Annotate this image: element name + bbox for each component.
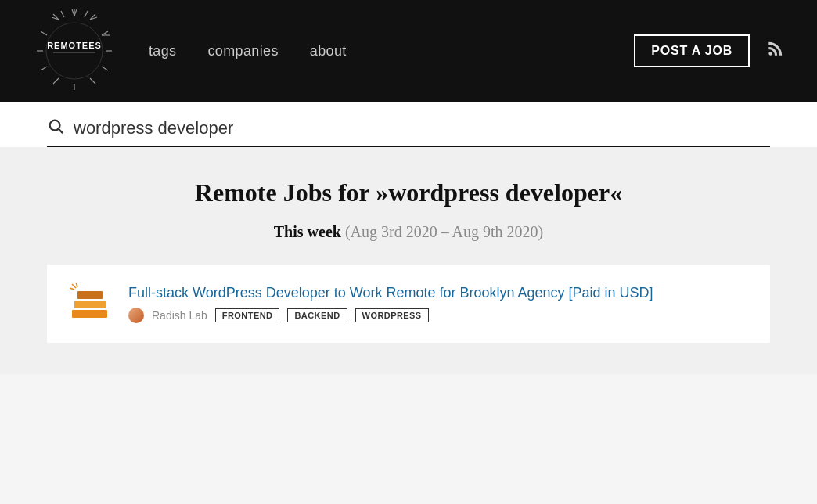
- svg-line-23: [59, 129, 63, 133]
- svg-line-5: [102, 31, 108, 35]
- site-header: REMOTEES tags companies about POST A JOB: [0, 0, 817, 102]
- svg-line-11: [53, 78, 59, 84]
- search-section: [0, 102, 817, 147]
- svg-text:REMOTEES: REMOTEES: [47, 41, 102, 50]
- svg-point-19: [46, 23, 103, 79]
- svg-line-28: [70, 288, 74, 290]
- svg-rect-26: [77, 291, 103, 299]
- main-nav: tags companies about: [149, 43, 634, 59]
- tag-wordpress[interactable]: WORDPRESS: [355, 308, 429, 322]
- svg-line-18: [61, 11, 64, 17]
- search-bar: [47, 117, 770, 147]
- tag-frontend[interactable]: FRONTEND: [215, 308, 280, 322]
- company-avatar: [128, 308, 144, 323]
- search-icon: [47, 117, 64, 139]
- job-info: Full-stack WordPress Developer to Work R…: [128, 285, 751, 323]
- tag-backend[interactable]: BACKEND: [287, 308, 347, 322]
- main-content: Remote Jobs for »wordpress developer« Th…: [0, 147, 817, 374]
- nav-tags[interactable]: tags: [149, 43, 176, 59]
- svg-rect-25: [74, 301, 106, 308]
- svg-rect-24: [72, 310, 107, 318]
- week-label: This week (Aug 3rd 2020 – Aug 9th 2020): [47, 223, 770, 241]
- job-meta: Radish Lab FRONTEND BACKEND WORDPRESS: [128, 308, 751, 323]
- results-title: Remote Jobs for »wordpress developer«: [47, 178, 770, 207]
- svg-line-14: [41, 31, 47, 35]
- week-range: (Aug 3rd 2020 – Aug 9th 2020): [345, 223, 543, 240]
- nav-about[interactable]: about: [310, 43, 347, 59]
- search-input[interactable]: [74, 118, 770, 139]
- svg-point-22: [50, 121, 60, 131]
- svg-line-9: [90, 78, 95, 84]
- svg-line-17: [85, 11, 88, 17]
- rss-icon[interactable]: [765, 38, 786, 64]
- job-card: Full-stack WordPress Developer to Work R…: [47, 265, 770, 343]
- svg-line-29: [76, 283, 77, 287]
- svg-line-8: [102, 67, 108, 70]
- post-job-button[interactable]: POST A JOB: [634, 34, 750, 67]
- svg-line-27: [72, 284, 76, 288]
- company-name: Radish Lab: [152, 309, 207, 322]
- nav-companies[interactable]: companies: [207, 43, 278, 59]
- company-logo: [66, 280, 113, 327]
- svg-line-12: [41, 67, 47, 70]
- logo[interactable]: REMOTEES: [31, 8, 117, 94]
- job-title-link[interactable]: Full-stack WordPress Developer to Work R…: [128, 285, 751, 301]
